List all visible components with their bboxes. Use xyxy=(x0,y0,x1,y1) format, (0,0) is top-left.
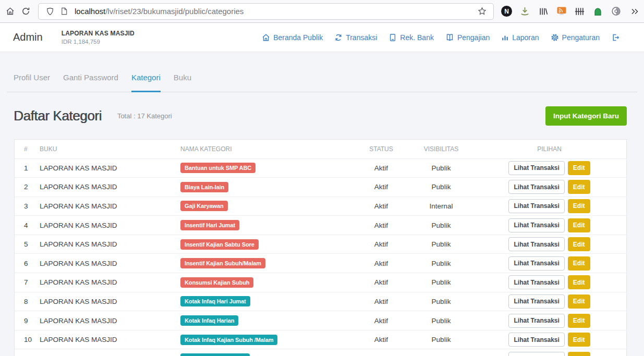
edit-button[interactable]: Edit xyxy=(568,180,590,194)
view-transactions-button[interactable]: Lihat Transaksi xyxy=(508,237,564,251)
row-book: LAPORAN KAS MASJID xyxy=(40,349,180,356)
book-balance: IDR 1,184,759 xyxy=(62,39,135,45)
table-row: 8 LAPORAN KAS MASJID Kotak Infaq Hari Ju… xyxy=(15,292,626,311)
nav-item[interactable]: Beranda Publik xyxy=(262,33,323,42)
circle-extension-icon[interactable] xyxy=(608,4,624,19)
nav-item[interactable]: Laporan xyxy=(501,33,539,42)
categories-table-card: # BUKU NAMA KATEGORI STATUS VISIBILITAS … xyxy=(14,139,627,356)
table-body: 1 LAPORAN KAS MASJID Bantuan untuk SMP A… xyxy=(15,158,626,356)
view-transactions-button[interactable]: Lihat Transaksi xyxy=(508,314,564,328)
edit-button[interactable]: Edit xyxy=(568,161,590,175)
view-transactions-button[interactable]: Lihat Transaksi xyxy=(508,352,564,356)
row-status: Aktif xyxy=(353,178,410,197)
edit-button[interactable]: Edit xyxy=(568,352,590,356)
category-badge: Bantuan untuk SMP ABC xyxy=(180,163,256,173)
category-badge: Konsumsi Kajian Subuh xyxy=(180,277,253,288)
nav-item[interactable]: Pengaturan xyxy=(551,33,600,42)
view-transactions-button[interactable]: Lihat Transaksi xyxy=(508,256,564,271)
browser-home-button[interactable] xyxy=(2,4,18,19)
row-status: Aktif xyxy=(353,330,410,349)
view-transactions-button[interactable]: Lihat Transaksi xyxy=(508,333,564,347)
edit-button[interactable]: Edit xyxy=(568,333,590,347)
edit-button[interactable]: Edit xyxy=(568,218,590,232)
categories-table: # BUKU NAMA KATEGORI STATUS VISIBILITAS … xyxy=(15,140,626,356)
address-bar[interactable]: localhost/lv/riset/23/bukumasjid/public/… xyxy=(38,3,494,20)
rss-extension-icon[interactable] xyxy=(553,4,569,19)
row-visibility: Publik xyxy=(410,254,472,273)
page-info-icon[interactable] xyxy=(57,5,71,18)
table-row: 9 LAPORAN KAS MASJID Kotak Infaq Harian … xyxy=(15,311,626,330)
tab[interactable]: Kategori xyxy=(131,73,161,92)
table-row: 2 LAPORAN KAS MASJID Biaya Lain-lain Akt… xyxy=(15,178,626,197)
edit-button[interactable]: Edit xyxy=(568,256,590,271)
row-status: Aktif xyxy=(353,349,410,356)
row-number: 6 xyxy=(15,254,40,273)
downloads-icon[interactable] xyxy=(517,4,533,19)
table-row: 11 LAPORAN KAS MASJID Kotak Infaq Ramadh… xyxy=(15,349,626,356)
nav-item[interactable]: Pengajian xyxy=(445,33,490,42)
row-number: 9 xyxy=(15,311,40,330)
row-number: 1 xyxy=(15,158,40,178)
category-badge: Biaya Lain-lain xyxy=(180,182,228,192)
chart-icon xyxy=(501,33,509,41)
col-actions: PILIHAN xyxy=(472,140,626,158)
book-open-icon xyxy=(445,33,454,42)
edit-button[interactable]: Edit xyxy=(568,237,590,251)
logout-icon xyxy=(611,33,619,42)
col-number: # xyxy=(15,140,40,158)
edit-button[interactable]: Edit xyxy=(568,275,590,289)
logout-button[interactable] xyxy=(611,33,619,42)
view-transactions-button[interactable]: Lihat Transaksi xyxy=(508,218,564,232)
nav-item[interactable]: Transaksi xyxy=(334,33,377,42)
row-visibility: Publik xyxy=(410,349,472,356)
book-title: LAPORAN KAS MASJID xyxy=(62,30,135,37)
category-badge: Kotak Infaq Hari Jumat xyxy=(180,296,250,306)
category-badge: Kotak Infaq Harian xyxy=(180,315,238,326)
bookmark-star-icon[interactable] xyxy=(475,5,489,18)
tab[interactable]: Ganti Password xyxy=(63,73,118,92)
row-book: LAPORAN KAS MASJID xyxy=(40,158,180,178)
row-visibility: Internal xyxy=(410,197,472,216)
col-visibility: VISIBILITAS xyxy=(410,140,472,158)
col-book: BUKU xyxy=(40,140,180,158)
edit-button[interactable]: Edit xyxy=(568,294,590,309)
privacy-arch-extension-icon[interactable] xyxy=(590,4,606,19)
edit-button[interactable]: Edit xyxy=(568,199,590,213)
fence-extension-icon[interactable] xyxy=(572,4,588,19)
browser-toolbar: localhost/lv/riset/23/bukumasjid/public/… xyxy=(0,0,644,23)
row-book: LAPORAN KAS MASJID xyxy=(40,330,180,349)
category-badge: Kotak Infaq Ramadhan xyxy=(180,353,250,356)
row-book: LAPORAN KAS MASJID xyxy=(40,216,180,235)
tab[interactable]: Profil User xyxy=(14,73,50,92)
row-number: 3 xyxy=(15,197,40,216)
shield-icon[interactable] xyxy=(43,5,57,18)
edit-button[interactable]: Edit xyxy=(568,314,590,328)
row-number: 8 xyxy=(15,292,40,311)
view-transactions-button[interactable]: Lihat Transaksi xyxy=(508,199,564,213)
total-count: Total : 17 Kategori xyxy=(117,112,172,120)
row-visibility: Publik xyxy=(410,178,472,197)
row-number: 5 xyxy=(15,235,40,254)
row-number: 4 xyxy=(15,216,40,235)
gear-icon xyxy=(551,33,559,42)
browser-refresh-button[interactable] xyxy=(18,4,33,19)
row-book: LAPORAN KAS MASJID xyxy=(40,235,180,254)
view-transactions-button[interactable]: Lihat Transaksi xyxy=(508,275,564,289)
noscript-extension-icon[interactable]: N xyxy=(499,4,515,19)
journal-icon xyxy=(388,33,397,42)
new-category-button[interactable]: Input Kategori Baru xyxy=(545,106,627,126)
overflow-chevrons-icon[interactable] xyxy=(626,4,642,19)
row-visibility: Publik xyxy=(410,292,472,311)
library-icon[interactable] xyxy=(535,4,551,19)
view-transactions-button[interactable]: Lihat Transaksi xyxy=(508,161,564,175)
row-status: Aktif xyxy=(353,311,410,330)
row-book: LAPORAN KAS MASJID xyxy=(40,178,180,197)
tab[interactable]: Buku xyxy=(174,73,191,92)
view-transactions-button[interactable]: Lihat Transaksi xyxy=(508,294,564,309)
view-transactions-button[interactable]: Lihat Transaksi xyxy=(508,180,564,194)
col-category: NAMA KATEGORI xyxy=(180,140,353,158)
category-badge: Insentif Kajian Subuh/Malam xyxy=(180,258,265,268)
nav-item[interactable]: Rek. Bank xyxy=(388,33,434,42)
row-book: LAPORAN KAS MASJID xyxy=(40,254,180,273)
table-row: 6 LAPORAN KAS MASJID Insentif Kajian Sub… xyxy=(15,254,626,273)
